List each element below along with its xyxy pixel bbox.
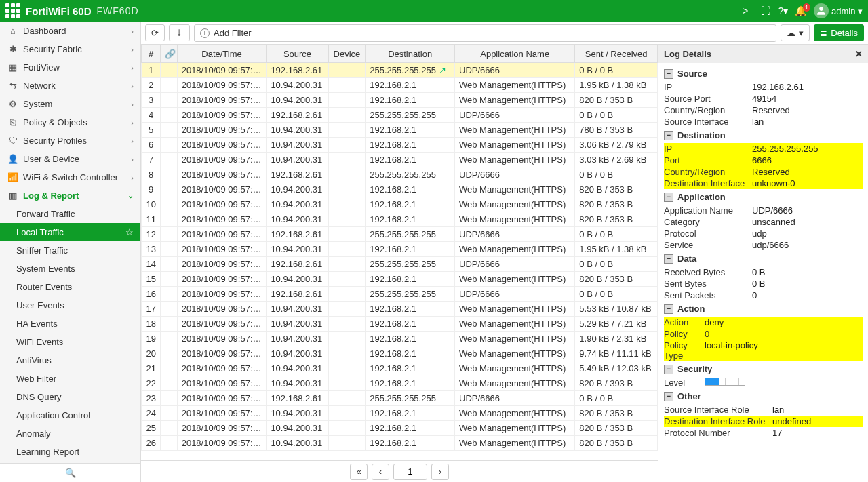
row-index: 23 bbox=[142, 391, 161, 406]
sidebar-sub-user-events[interactable]: User Events bbox=[0, 296, 140, 315]
row-index: 2 bbox=[142, 78, 161, 93]
table-row[interactable]: 12018/10/09 09:57:50192.168.2.61255.255.… bbox=[142, 63, 658, 78]
sidebar-item-dashboard[interactable]: ⌂Dashboard› bbox=[0, 22, 140, 40]
sidebar-sub-sniffer-traffic[interactable]: Sniffer Traffic bbox=[0, 241, 140, 260]
pager-page-input[interactable] bbox=[393, 464, 427, 480]
add-filter-button[interactable]: + Add Filter bbox=[194, 24, 776, 42]
notifications-icon[interactable]: 🔔1 bbox=[792, 5, 810, 16]
pager-next-button[interactable]: › bbox=[431, 464, 449, 480]
column-header[interactable]: Sent / Received bbox=[575, 45, 658, 63]
table-row[interactable]: 122018/10/09 09:57:41192.168.2.61255.255… bbox=[142, 227, 658, 242]
fullscreen-icon[interactable]: ⛶ bbox=[757, 5, 774, 16]
sidebar-item-log-report[interactable]: ▥ Log & Report ⌄ bbox=[0, 186, 140, 205]
sidebar-sub-forward-traffic[interactable]: Forward Traffic bbox=[0, 205, 140, 223]
sidebar-sub-web-filter[interactable]: Web Filter bbox=[0, 369, 140, 388]
dest-ip-value: 255.255.255.255 bbox=[752, 144, 863, 154]
sidebar-sub-label: HA Events bbox=[16, 319, 58, 329]
collapse-icon[interactable]: − bbox=[664, 392, 673, 401]
row-source: 10.94.200.31 bbox=[267, 376, 328, 391]
row-source: 192.168.2.61 bbox=[267, 391, 328, 406]
column-header[interactable]: 🔗 bbox=[161, 45, 177, 63]
close-details-button[interactable]: ✕ bbox=[855, 49, 863, 59]
sidebar-sub-system-events[interactable]: System Events bbox=[0, 260, 140, 278]
sidebar-sub-learning-report[interactable]: Learning Report bbox=[0, 443, 140, 461]
table-row[interactable]: 42018/10/09 09:57:47192.168.2.61255.255.… bbox=[142, 108, 658, 123]
table-row[interactable]: 92018/10/09 09:57:4210.94.200.31192.168.… bbox=[142, 182, 658, 197]
row-sent-received: 5.49 kB / 12.03 kB bbox=[575, 361, 658, 376]
collapse-icon[interactable]: − bbox=[664, 304, 673, 314]
help-icon[interactable]: ?▾ bbox=[774, 5, 792, 16]
table-row[interactable]: 262018/10/09 09:57:2910.94.200.31192.168… bbox=[142, 436, 658, 451]
table-row[interactable]: 102018/10/09 09:57:4210.94.200.31192.168… bbox=[142, 197, 658, 212]
download-button[interactable]: ⭳ bbox=[169, 24, 190, 41]
table-row[interactable]: 172018/10/09 09:57:3410.94.200.31192.168… bbox=[142, 302, 658, 317]
sidebar-item-security-profiles[interactable]: 🛡Security Profiles› bbox=[0, 132, 140, 150]
table-row[interactable]: 82018/10/09 09:57:44192.168.2.61255.255.… bbox=[142, 167, 658, 182]
collapse-icon[interactable]: − bbox=[664, 193, 673, 202]
view-menu-button[interactable]: ☁▾ bbox=[781, 24, 810, 41]
sidebar-sub-local-traffic[interactable]: Local Traffic☆ bbox=[0, 223, 140, 241]
column-header[interactable]: Device bbox=[328, 45, 366, 63]
sidebar-sub-anomaly[interactable]: Anomaly bbox=[0, 424, 140, 443]
pager-prev-button[interactable]: ‹ bbox=[372, 464, 389, 480]
sidebar-sub-antivirus[interactable]: AntiVirus bbox=[0, 351, 140, 369]
table-row[interactable]: 242018/10/09 09:57:3110.94.200.31192.168… bbox=[142, 406, 658, 421]
sidebar-sub-dns-query[interactable]: DNS Query bbox=[0, 388, 140, 406]
chevron-right-icon: › bbox=[131, 174, 134, 182]
sidebar-sub-wifi-events[interactable]: WiFi Events bbox=[0, 333, 140, 351]
table-row[interactable]: 142018/10/09 09:57:38192.168.2.61255.255… bbox=[142, 257, 658, 272]
row-sent-received: 5.29 kB / 7.21 kB bbox=[575, 317, 658, 332]
collapse-icon[interactable]: − bbox=[664, 69, 673, 79]
sidebar-item-security-fabric[interactable]: ✱Security Fabric› bbox=[0, 40, 140, 58]
sidebar-item-network[interactable]: ⇆Network› bbox=[0, 77, 140, 95]
row-index: 26 bbox=[142, 436, 161, 451]
sidebar-sub-label: Anomaly bbox=[16, 428, 51, 439]
user-menu[interactable]: admin ▾ bbox=[810, 3, 863, 18]
log-table[interactable]: #🔗Date/TimeSourceDeviceDestinationApplic… bbox=[141, 45, 658, 460]
collapse-icon[interactable]: − bbox=[664, 131, 673, 140]
table-row[interactable]: 182018/10/09 09:57:3310.94.200.31192.168… bbox=[142, 317, 658, 332]
sidebar-item-policy-objects[interactable]: ⎘Policy & Objects› bbox=[0, 113, 140, 132]
sidebar-item-fortiview[interactable]: ▦FortiView› bbox=[0, 58, 140, 77]
sidebar-item-user-device[interactable]: 👤User & Device› bbox=[0, 150, 140, 168]
security-level-bar bbox=[705, 378, 863, 388]
sidebar-item-wifi-switch-controller[interactable]: 📶WiFi & Switch Controller› bbox=[0, 168, 140, 186]
collapse-icon[interactable]: − bbox=[664, 254, 673, 264]
collapse-icon[interactable]: − bbox=[664, 365, 673, 374]
table-row[interactable]: 112018/10/09 09:57:4210.94.200.31192.168… bbox=[142, 212, 658, 227]
column-header[interactable]: Date/Time bbox=[177, 45, 267, 63]
table-row[interactable]: 32018/10/09 09:57:4710.94.200.31192.168.… bbox=[142, 93, 658, 108]
sidebar-item-system[interactable]: ⚙System› bbox=[0, 95, 140, 113]
table-row[interactable]: 162018/10/09 09:57:35192.168.2.61255.255… bbox=[142, 287, 658, 302]
column-header[interactable]: Application Name bbox=[455, 45, 575, 63]
sidebar-search-button[interactable]: 🔍 bbox=[0, 463, 140, 482]
refresh-button[interactable]: ⟳ bbox=[145, 24, 165, 41]
row-destination: 255.255.255.255 bbox=[366, 257, 455, 272]
table-row[interactable]: 232018/10/09 09:57:31192.168.2.61255.255… bbox=[142, 391, 658, 406]
table-row[interactable]: 52018/10/09 09:57:4510.94.200.31192.168.… bbox=[142, 123, 658, 138]
sidebar-sub-ha-events[interactable]: HA Events bbox=[0, 315, 140, 333]
table-row[interactable]: 152018/10/09 09:57:3710.94.200.31192.168… bbox=[142, 272, 658, 287]
pager-first-button[interactable]: « bbox=[350, 464, 368, 480]
chevron-right-icon: › bbox=[131, 64, 134, 72]
row-index: 10 bbox=[142, 197, 161, 212]
sidebar-sub-router-events[interactable]: Router Events bbox=[0, 278, 140, 296]
sidebar-sub-application-control[interactable]: Application Control bbox=[0, 406, 140, 424]
table-row[interactable]: 132018/10/09 09:57:3910.94.200.31192.168… bbox=[142, 242, 658, 257]
cli-icon[interactable]: >_ bbox=[739, 5, 757, 16]
table-row[interactable]: 62018/10/09 09:57:4410.94.200.31192.168.… bbox=[142, 138, 658, 153]
column-header[interactable]: Source bbox=[267, 45, 328, 63]
table-row[interactable]: 212018/10/09 09:57:3310.94.200.31192.168… bbox=[142, 361, 658, 376]
row-attachment bbox=[161, 436, 177, 451]
table-row[interactable]: 192018/10/09 09:57:3310.94.200.31192.168… bbox=[142, 332, 658, 346]
table-row[interactable]: 222018/10/09 09:57:3110.94.200.31192.168… bbox=[142, 376, 658, 391]
column-header[interactable]: Destination bbox=[366, 45, 455, 63]
table-row[interactable]: 22018/10/09 09:57:4810.94.200.31192.168.… bbox=[142, 78, 658, 93]
row-index: 25 bbox=[142, 421, 161, 436]
table-row[interactable]: 72018/10/09 09:57:4410.94.200.31192.168.… bbox=[142, 153, 658, 167]
table-row[interactable]: 252018/10/09 09:57:2910.94.200.31192.168… bbox=[142, 421, 658, 436]
column-header[interactable]: # bbox=[142, 45, 161, 63]
table-row[interactable]: 202018/10/09 09:57:3310.94.200.31192.168… bbox=[142, 346, 658, 361]
sidebar-sub-label: DNS Query bbox=[16, 392, 61, 402]
details-toggle-button[interactable]: ≣ Details bbox=[814, 24, 864, 41]
